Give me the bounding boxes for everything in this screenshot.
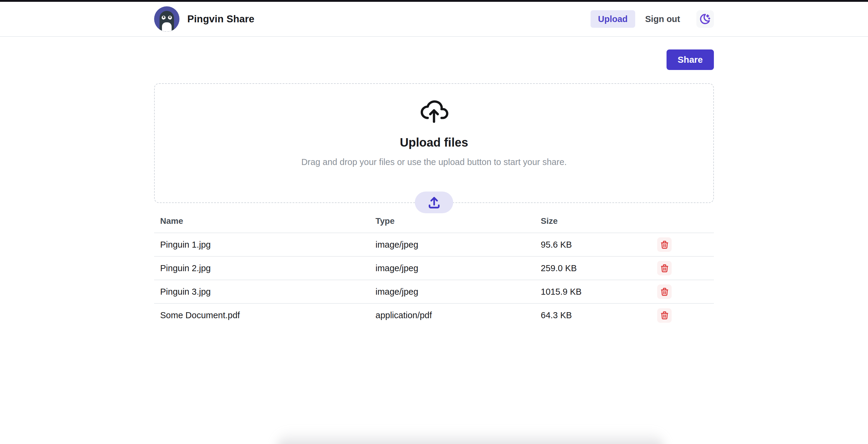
file-size: 64.3 KB	[535, 304, 652, 327]
file-name: Pinguin 1.jpg	[154, 233, 369, 256]
file-size: 259.0 KB	[535, 256, 652, 280]
cloud-upload-icon	[419, 84, 449, 125]
main-content: Share Upload files Drag and drop your fi…	[154, 50, 714, 327]
file-name: Pinguin 3.jpg	[154, 280, 369, 304]
nav-item-upload[interactable]: Upload	[591, 10, 635, 28]
trash-icon	[660, 240, 669, 249]
table-row: Pinguin 2.jpg image/jpeg 259.0 KB	[154, 256, 714, 280]
table-header-row: Name Type Size	[154, 213, 714, 233]
files-table: Name Type Size Pinguin 1.jpg image/jpeg …	[154, 213, 714, 327]
file-size: 1015.9 KB	[535, 280, 652, 304]
delete-file-button[interactable]	[657, 237, 672, 252]
file-size: 95.6 KB	[535, 233, 652, 256]
app-title: Pingvin Share	[187, 13, 254, 25]
delete-file-button[interactable]	[657, 261, 672, 275]
file-type: image/jpeg	[369, 233, 535, 256]
nav-item-signout[interactable]: Sign out	[645, 14, 680, 24]
table-row: Pinguin 3.jpg image/jpeg 1015.9 KB	[154, 280, 714, 304]
file-dropzone[interactable]: Upload files Drag and drop your files or…	[154, 83, 714, 203]
file-type: image/jpeg	[369, 256, 535, 280]
penguin-body	[159, 11, 174, 32]
delete-file-button[interactable]	[657, 284, 672, 299]
trash-icon	[660, 287, 669, 296]
theme-toggle-button[interactable]	[696, 10, 714, 28]
penguin-beak	[164, 19, 169, 22]
trash-icon	[660, 264, 669, 273]
upload-files-button[interactable]	[415, 192, 453, 213]
header-nav: Upload Sign out	[591, 10, 714, 28]
trash-icon	[660, 311, 669, 320]
column-header-name: Name	[154, 213, 369, 233]
column-header-type: Type	[369, 213, 535, 233]
column-header-size: Size	[535, 213, 652, 233]
file-type: application/pdf	[369, 304, 535, 327]
brand-home-link[interactable]: Pingvin Share	[154, 6, 254, 32]
penguin-belly	[162, 22, 172, 32]
dropzone-title: Upload files	[155, 136, 713, 149]
moon-stars-icon	[699, 13, 711, 25]
file-type: image/jpeg	[369, 280, 535, 304]
upload-icon	[427, 195, 441, 209]
dropzone-subtitle: Drag and drop your files or use the uplo…	[155, 157, 713, 167]
file-name: Pinguin 2.jpg	[154, 256, 369, 280]
table-row: Pinguin 1.jpg image/jpeg 95.6 KB	[154, 233, 714, 256]
file-name: Some Document.pdf	[154, 304, 369, 327]
table-row: Some Document.pdf application/pdf 64.3 K…	[154, 304, 714, 327]
bottom-screen-shadow	[277, 431, 663, 444]
penguin-logo-icon	[154, 6, 180, 32]
share-button[interactable]: Share	[666, 50, 714, 70]
column-header-actions	[652, 213, 714, 233]
app-header: Pingvin Share Upload Sign out	[0, 2, 868, 37]
delete-file-button[interactable]	[657, 308, 672, 323]
